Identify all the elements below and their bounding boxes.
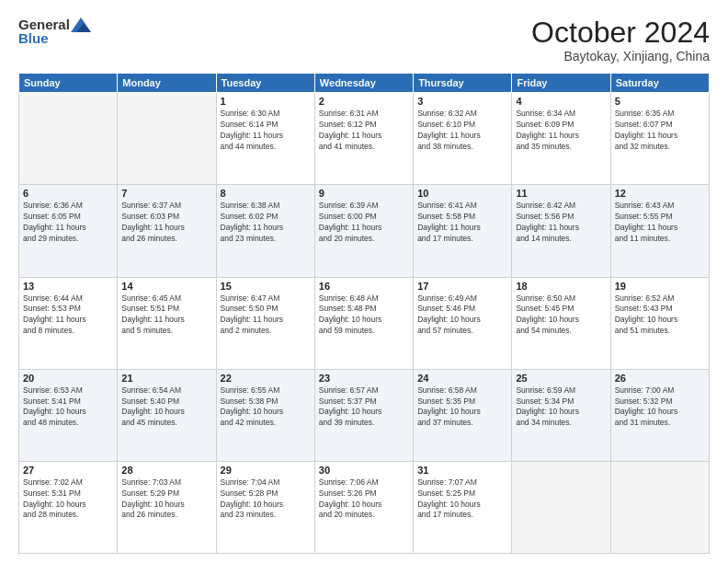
calendar-week-row: 20Sunrise: 6:53 AM Sunset: 5:41 PM Dayli… xyxy=(19,369,710,461)
day-number: 18 xyxy=(516,281,606,292)
day-info: Sunrise: 7:02 AM Sunset: 5:31 PM Dayligh… xyxy=(23,477,113,522)
weekday-header: Monday xyxy=(118,74,216,93)
day-info: Sunrise: 6:31 AM Sunset: 6:12 PM Dayligh… xyxy=(319,109,409,153)
day-info: Sunrise: 6:44 AM Sunset: 5:53 PM Dayligh… xyxy=(23,293,113,338)
calendar-cell: 21Sunrise: 6:54 AM Sunset: 5:40 PM Dayli… xyxy=(118,369,216,461)
day-number: 29 xyxy=(221,465,311,476)
day-number: 3 xyxy=(417,96,507,107)
calendar-cell xyxy=(512,461,610,553)
location: Baytokay, Xinjiang, China xyxy=(531,49,710,63)
day-info: Sunrise: 6:37 AM Sunset: 6:03 PM Dayligh… xyxy=(121,201,211,245)
day-number: 14 xyxy=(121,281,211,292)
day-info: Sunrise: 7:07 AM Sunset: 5:25 PM Dayligh… xyxy=(417,477,507,522)
day-info: Sunrise: 6:54 AM Sunset: 5:40 PM Dayligh… xyxy=(121,385,211,430)
day-info: Sunrise: 6:41 AM Sunset: 5:58 PM Dayligh… xyxy=(417,201,507,245)
calendar-cell: 28Sunrise: 7:03 AM Sunset: 5:29 PM Dayli… xyxy=(118,461,216,553)
day-info: Sunrise: 6:38 AM Sunset: 6:02 PM Dayligh… xyxy=(221,201,311,245)
logo-icon xyxy=(71,17,91,32)
day-info: Sunrise: 6:49 AM Sunset: 5:46 PM Dayligh… xyxy=(417,293,507,338)
day-number: 20 xyxy=(23,373,113,384)
calendar-cell: 14Sunrise: 6:45 AM Sunset: 5:51 PM Dayli… xyxy=(118,277,216,369)
calendar-cell: 4Sunrise: 6:34 AM Sunset: 6:09 PM Daylig… xyxy=(512,93,610,185)
calendar-cell: 10Sunrise: 6:41 AM Sunset: 5:58 PM Dayli… xyxy=(414,185,512,277)
day-info: Sunrise: 6:52 AM Sunset: 5:43 PM Dayligh… xyxy=(615,293,705,338)
calendar-cell: 11Sunrise: 6:42 AM Sunset: 5:56 PM Dayli… xyxy=(512,185,610,277)
calendar-header-row: SundayMondayTuesdayWednesdayThursdayFrid… xyxy=(19,74,710,93)
day-number: 27 xyxy=(23,465,113,476)
day-number: 19 xyxy=(615,281,705,292)
calendar-cell: 29Sunrise: 7:04 AM Sunset: 5:28 PM Dayli… xyxy=(216,461,314,553)
calendar-cell: 19Sunrise: 6:52 AM Sunset: 5:43 PM Dayli… xyxy=(610,277,709,369)
calendar-cell: 31Sunrise: 7:07 AM Sunset: 5:25 PM Dayli… xyxy=(414,461,512,553)
weekday-header: Thursday xyxy=(414,74,512,93)
weekday-header: Tuesday xyxy=(216,74,314,93)
day-number: 24 xyxy=(417,373,507,384)
day-info: Sunrise: 6:43 AM Sunset: 5:55 PM Dayligh… xyxy=(615,201,705,245)
calendar-cell: 9Sunrise: 6:39 AM Sunset: 6:00 PM Daylig… xyxy=(314,185,413,277)
day-number: 11 xyxy=(516,188,606,199)
day-info: Sunrise: 6:48 AM Sunset: 5:48 PM Dayligh… xyxy=(319,293,409,338)
header: General Blue October 2024 Baytokay, Xinj… xyxy=(18,17,710,63)
calendar-week-row: 1Sunrise: 6:30 AM Sunset: 6:14 PM Daylig… xyxy=(19,93,710,185)
calendar-cell: 30Sunrise: 7:06 AM Sunset: 5:26 PM Dayli… xyxy=(314,461,413,553)
day-info: Sunrise: 6:53 AM Sunset: 5:41 PM Dayligh… xyxy=(23,385,113,430)
weekday-header: Sunday xyxy=(19,74,118,93)
day-info: Sunrise: 7:00 AM Sunset: 5:32 PM Dayligh… xyxy=(615,385,705,430)
calendar-cell: 5Sunrise: 6:35 AM Sunset: 6:07 PM Daylig… xyxy=(610,93,709,185)
calendar-cell: 17Sunrise: 6:49 AM Sunset: 5:46 PM Dayli… xyxy=(414,277,512,369)
day-number: 16 xyxy=(319,281,409,292)
day-number: 1 xyxy=(221,96,311,107)
calendar-cell: 6Sunrise: 6:36 AM Sunset: 6:05 PM Daylig… xyxy=(19,185,118,277)
day-number: 22 xyxy=(221,373,311,384)
day-number: 30 xyxy=(319,465,409,476)
calendar-cell: 8Sunrise: 6:38 AM Sunset: 6:02 PM Daylig… xyxy=(216,185,314,277)
weekday-header: Friday xyxy=(512,74,610,93)
day-info: Sunrise: 6:39 AM Sunset: 6:00 PM Dayligh… xyxy=(319,201,409,245)
logo-blue: Blue xyxy=(18,30,49,46)
day-info: Sunrise: 6:59 AM Sunset: 5:34 PM Dayligh… xyxy=(516,385,606,430)
calendar: SundayMondayTuesdayWednesdayThursdayFrid… xyxy=(18,73,710,554)
day-number: 4 xyxy=(516,96,606,107)
day-number: 12 xyxy=(615,188,705,199)
day-info: Sunrise: 6:35 AM Sunset: 6:07 PM Dayligh… xyxy=(615,109,705,153)
calendar-week-row: 6Sunrise: 6:36 AM Sunset: 6:05 PM Daylig… xyxy=(19,185,710,277)
day-info: Sunrise: 6:47 AM Sunset: 5:50 PM Dayligh… xyxy=(221,293,311,338)
day-info: Sunrise: 7:04 AM Sunset: 5:28 PM Dayligh… xyxy=(221,477,311,522)
day-number: 26 xyxy=(615,373,705,384)
calendar-cell: 13Sunrise: 6:44 AM Sunset: 5:53 PM Dayli… xyxy=(19,277,118,369)
day-number: 15 xyxy=(221,281,311,292)
calendar-cell: 12Sunrise: 6:43 AM Sunset: 5:55 PM Dayli… xyxy=(610,185,709,277)
calendar-cell xyxy=(610,461,709,553)
day-info: Sunrise: 6:34 AM Sunset: 6:09 PM Dayligh… xyxy=(516,109,606,153)
day-info: Sunrise: 7:06 AM Sunset: 5:26 PM Dayligh… xyxy=(319,477,409,522)
day-number: 8 xyxy=(221,188,311,199)
day-info: Sunrise: 6:32 AM Sunset: 6:10 PM Dayligh… xyxy=(417,109,507,153)
day-info: Sunrise: 7:03 AM Sunset: 5:29 PM Dayligh… xyxy=(121,477,211,522)
calendar-cell: 23Sunrise: 6:57 AM Sunset: 5:37 PM Dayli… xyxy=(314,369,413,461)
day-info: Sunrise: 6:57 AM Sunset: 5:37 PM Dayligh… xyxy=(319,385,409,430)
month-title: October 2024 xyxy=(531,17,710,49)
day-number: 5 xyxy=(615,96,705,107)
calendar-week-row: 27Sunrise: 7:02 AM Sunset: 5:31 PM Dayli… xyxy=(19,461,710,553)
calendar-cell: 15Sunrise: 6:47 AM Sunset: 5:50 PM Dayli… xyxy=(216,277,314,369)
day-number: 10 xyxy=(417,188,507,199)
day-info: Sunrise: 6:50 AM Sunset: 5:45 PM Dayligh… xyxy=(516,293,606,338)
calendar-cell: 16Sunrise: 6:48 AM Sunset: 5:48 PM Dayli… xyxy=(314,277,413,369)
day-number: 31 xyxy=(417,465,507,476)
calendar-cell: 3Sunrise: 6:32 AM Sunset: 6:10 PM Daylig… xyxy=(414,93,512,185)
day-number: 7 xyxy=(121,188,211,199)
calendar-cell xyxy=(118,93,216,185)
weekday-header: Saturday xyxy=(610,74,709,93)
day-number: 13 xyxy=(23,281,113,292)
calendar-cell: 26Sunrise: 7:00 AM Sunset: 5:32 PM Dayli… xyxy=(610,369,709,461)
day-number: 2 xyxy=(319,96,409,107)
calendar-cell: 22Sunrise: 6:55 AM Sunset: 5:38 PM Dayli… xyxy=(216,369,314,461)
day-info: Sunrise: 6:42 AM Sunset: 5:56 PM Dayligh… xyxy=(516,201,606,245)
calendar-cell: 7Sunrise: 6:37 AM Sunset: 6:03 PM Daylig… xyxy=(118,185,216,277)
calendar-cell: 18Sunrise: 6:50 AM Sunset: 5:45 PM Dayli… xyxy=(512,277,610,369)
day-number: 21 xyxy=(121,373,211,384)
day-info: Sunrise: 6:45 AM Sunset: 5:51 PM Dayligh… xyxy=(121,293,211,338)
calendar-cell: 20Sunrise: 6:53 AM Sunset: 5:41 PM Dayli… xyxy=(19,369,118,461)
day-info: Sunrise: 6:55 AM Sunset: 5:38 PM Dayligh… xyxy=(221,385,311,430)
day-info: Sunrise: 6:36 AM Sunset: 6:05 PM Dayligh… xyxy=(23,201,113,245)
